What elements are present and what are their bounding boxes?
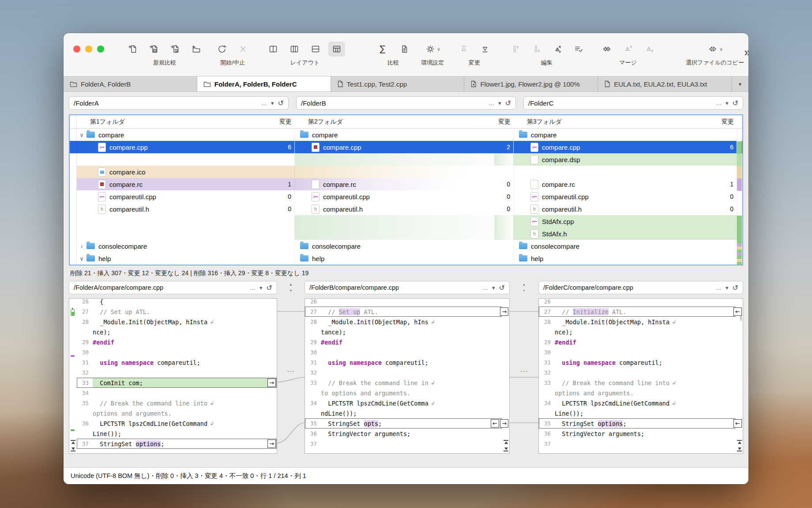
change-column-header[interactable]: 変更 bbox=[494, 115, 514, 129]
tab-foldera[interactable]: FolderA, FolderB bbox=[64, 76, 197, 91]
last-difference-button[interactable] bbox=[71, 447, 75, 451]
report-button[interactable] bbox=[395, 42, 412, 57]
folder-path-input-3[interactable]: /FolderC…▾↺ bbox=[523, 96, 743, 110]
layout-two-columns-button[interactable] bbox=[265, 42, 282, 57]
folder-path-input-1[interactable]: /FolderA…▾↺ bbox=[69, 96, 289, 110]
merge-right-button[interactable]: → bbox=[500, 307, 508, 316]
file-path-input-2[interactable]: /FolderB/compare/compare.cpp…▾↺ bbox=[304, 281, 510, 294]
tree-column-header[interactable]: 第3フォルダ bbox=[514, 115, 717, 129]
merge-right-button[interactable]: → bbox=[267, 379, 276, 387]
first-difference-button[interactable] bbox=[737, 440, 742, 444]
toolbar-overflow-button[interactable]: » bbox=[744, 40, 748, 59]
new-folder-compare-button[interactable] bbox=[188, 42, 205, 57]
chevron-down-icon[interactable]: ▾ bbox=[726, 284, 729, 291]
chevron-down-icon[interactable]: ▾ bbox=[271, 100, 274, 106]
splitter-grip[interactable] bbox=[290, 284, 292, 291]
minimize-window-button[interactable] bbox=[85, 45, 92, 53]
cancel-button[interactable] bbox=[235, 42, 252, 57]
code-line: tance); bbox=[305, 327, 502, 337]
change-count bbox=[494, 240, 514, 252]
code-line: 31 using namespace compareutil; bbox=[305, 357, 502, 368]
history-icon[interactable]: ↺ bbox=[505, 99, 511, 107]
layout-three-columns-button[interactable] bbox=[286, 42, 303, 57]
merge-right-button[interactable]: → bbox=[500, 419, 508, 428]
folder-path-input-2[interactable]: /FolderB…▾↺ bbox=[296, 96, 516, 110]
layout-three-panes-icon bbox=[331, 44, 342, 54]
folder-stats: 削除 21・挿入 307・変更 12・変更なし 24 | 削除 316・挿入 2… bbox=[69, 265, 743, 281]
merge-right-button[interactable]: → bbox=[267, 440, 276, 448]
expander-icon[interactable]: › bbox=[77, 243, 86, 250]
new-refreshed-compare-button[interactable] bbox=[167, 42, 184, 57]
line-number: 34 bbox=[77, 388, 93, 398]
code-line: 28 _Module.Init(ObjectMap, hIns↲ bbox=[305, 317, 502, 327]
history-icon[interactable]: ↺ bbox=[733, 284, 738, 292]
collapsed-region-indicator[interactable]: ⋯ bbox=[277, 367, 304, 376]
validate-list-button[interactable] bbox=[570, 42, 587, 57]
merge-left-button[interactable]: ← bbox=[733, 419, 742, 428]
copy-selected-files-button[interactable]: ∨ bbox=[707, 42, 723, 57]
first-difference-button[interactable] bbox=[71, 440, 75, 444]
shift-up-button[interactable] bbox=[507, 42, 523, 57]
shift-down-button[interactable] bbox=[528, 42, 545, 57]
tab-overflow-button[interactable]: ▾ bbox=[732, 76, 748, 91]
tree-column-header[interactable]: 第2フォルダ bbox=[295, 115, 494, 129]
merge-left-button[interactable]: ← bbox=[491, 419, 499, 428]
first-difference-button[interactable] bbox=[504, 440, 508, 444]
new-refreshed-compare-icon bbox=[169, 44, 181, 54]
file-path-input-1[interactable]: /FolderA/compare/compare.cpp…▾↺ bbox=[69, 281, 277, 294]
new-file-icon bbox=[127, 44, 139, 54]
more-options-button[interactable]: … bbox=[261, 100, 267, 106]
history-icon[interactable]: ↺ bbox=[733, 99, 738, 107]
tree-column-header[interactable]: 第1フォルダ bbox=[77, 115, 275, 129]
tab-flower1.jpg[interactable]: Flower1.jpg, Flower2.jpg @ 100% bbox=[464, 76, 598, 91]
change-count: 0 bbox=[494, 178, 514, 190]
history-icon[interactable]: ↺ bbox=[499, 284, 505, 292]
refresh-button[interactable] bbox=[214, 42, 230, 57]
code-line: 26 bbox=[305, 298, 502, 307]
merge-down-button[interactable] bbox=[641, 42, 658, 57]
history-icon[interactable]: ↺ bbox=[267, 284, 272, 292]
layout-two-rows-button[interactable] bbox=[307, 42, 324, 57]
last-difference-button[interactable] bbox=[504, 447, 508, 451]
more-options-button[interactable]: … bbox=[489, 100, 494, 106]
tab-foldera[interactable]: FolderA, FolderB, FolderC bbox=[197, 76, 331, 91]
file-pane-right[interactable]: 2627 // Initialize ATL.←28 _Module.Init(… bbox=[538, 298, 743, 454]
chevron-down-icon[interactable]: ▾ bbox=[492, 284, 495, 291]
gear-button[interactable]: ∨ bbox=[424, 42, 441, 57]
file-path-input-3[interactable]: /FolderC/compare/compare.cpp…▾↺ bbox=[538, 281, 743, 294]
new-binary-compare-button[interactable]: 01 bbox=[146, 42, 162, 57]
chevron-down-icon[interactable]: ▾ bbox=[726, 100, 729, 106]
next-change-button[interactable] bbox=[477, 42, 493, 57]
zoom-window-button[interactable] bbox=[97, 45, 104, 53]
ignore-error-button[interactable] bbox=[549, 42, 566, 57]
expander-icon[interactable]: ∨ bbox=[77, 255, 86, 262]
tab-eula.txt[interactable]: EULA.txt, EULA2.txt, EULA3.txt bbox=[598, 76, 732, 91]
expander-icon[interactable]: ∨ bbox=[77, 132, 86, 138]
sigma-button[interactable]: ∑ bbox=[374, 42, 391, 57]
merge-button[interactable] bbox=[598, 42, 615, 57]
last-difference-button[interactable] bbox=[737, 447, 742, 451]
file-pane-middle[interactable]: 2627 // Set up ATL.→28 _Module.Init(Obje… bbox=[304, 298, 510, 454]
more-options-button[interactable]: … bbox=[250, 284, 256, 291]
chevron-down-icon[interactable]: ▾ bbox=[498, 100, 501, 106]
more-options-button[interactable]: … bbox=[482, 284, 488, 291]
merge-left-button[interactable]: ← bbox=[733, 307, 742, 316]
change-column-header[interactable]: 変更 bbox=[275, 115, 295, 129]
tree-item-label: compare bbox=[98, 131, 124, 139]
code-line: to options and arguments. bbox=[305, 388, 502, 398]
layout-three-panes-button[interactable] bbox=[328, 42, 345, 57]
splitter-grip[interactable] bbox=[523, 284, 525, 291]
code-line: 34 LPCTSTR lpszCmdLine(GetCommand↲ bbox=[539, 398, 735, 408]
close-window-button[interactable] bbox=[73, 45, 80, 53]
more-options-button[interactable]: … bbox=[716, 284, 722, 291]
merge-up-button[interactable] bbox=[620, 42, 636, 57]
new-file-button[interactable] bbox=[124, 42, 141, 57]
more-options-button[interactable]: … bbox=[716, 100, 722, 106]
history-icon[interactable]: ↺ bbox=[278, 99, 284, 107]
tab-test1.cpp[interactable]: Test1.cpp, Test2.cpp bbox=[331, 76, 465, 91]
first-change-button[interactable] bbox=[455, 42, 472, 57]
change-column-header[interactable]: 変更 bbox=[717, 115, 737, 129]
chevron-down-icon[interactable]: ▾ bbox=[259, 284, 263, 291]
collapsed-region-indicator[interactable]: ⋯ bbox=[510, 367, 538, 376]
file-pane-left[interactable]: 26 {27 // Set up ATL.28 _Module.Init(Obj… bbox=[69, 298, 277, 454]
